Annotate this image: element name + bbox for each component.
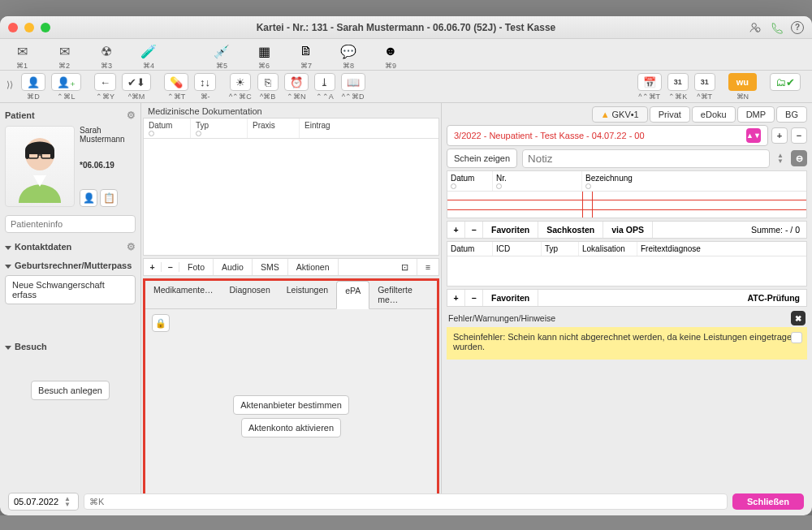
tb2-back[interactable]: ←⌃⌘Y [94, 73, 116, 101]
epa-tabs: Medikamente… Diagnosen Leistungen ePA Ge… [145, 281, 437, 309]
fav2-label[interactable]: Favoriten [483, 290, 538, 306]
col-typ[interactable]: Typ [196, 121, 209, 130]
show-schein-button[interactable]: Schein zeigen [447, 149, 517, 168]
tb2-cal1[interactable]: 📅^⌃⌘T [637, 73, 662, 101]
remove-entry-button[interactable]: − [162, 262, 179, 272]
close-button[interactable]: Schließen [732, 493, 804, 510]
dcol-icd[interactable]: ICD [493, 242, 542, 256]
tb2-cal31[interactable]: 31⌃⌘K [667, 73, 689, 101]
set-provider-button[interactable]: Aktenanbieter bestimmen [233, 395, 349, 415]
fav-remove-button[interactable]: − [465, 222, 483, 238]
search-person-icon[interactable] [749, 21, 762, 34]
date-picker[interactable]: 05.07.2022 ▲▼ [8, 493, 79, 511]
fav-add-button[interactable]: + [447, 222, 465, 238]
tool-8[interactable]: 💬⌘8 [335, 42, 362, 70]
tb2-copy[interactable]: ⎘^⌘B [257, 73, 279, 101]
list-mode-icon[interactable]: ≡ [417, 259, 438, 275]
tool-2[interactable]: ✉⌘2 [50, 42, 78, 70]
help-icon[interactable]: ? [791, 21, 804, 34]
tb2-check[interactable]: ✔⬇^⌘M [122, 73, 151, 101]
tab-gkv[interactable]: ▲GKV•1 [592, 106, 648, 123]
tb2-sync[interactable]: 🗂✔ [770, 73, 801, 101]
close-window-icon[interactable] [8, 23, 18, 32]
remove-case-button[interactable]: − [791, 127, 807, 144]
tab-edoku[interactable]: eDoku [692, 106, 736, 123]
tb2-light[interactable]: ☀^⌃⌘C [229, 73, 252, 101]
sachkosten-label[interactable]: Sachkosten [538, 222, 603, 238]
gear-icon[interactable]: ⚙ [127, 241, 136, 252]
atc-label[interactable]: ATC-Prüfung [741, 293, 806, 303]
note-remove-button[interactable]: ⊖ [791, 150, 807, 166]
tab-dmp[interactable]: DMP [737, 106, 775, 123]
billing-panel: ▲GKV•1 Privat eDoku DMP BG 3/2022 - Neup… [442, 103, 812, 500]
case-stepper-icon[interactable]: ▲▼ [746, 128, 761, 143]
create-visit-button[interactable]: Besuch anlegen [31, 381, 110, 400]
fav-label[interactable]: Favoriten [483, 222, 538, 238]
aktionen-button[interactable]: Aktionen [288, 259, 339, 275]
tb2-clock[interactable]: ⏰⌃⌘N [284, 73, 309, 101]
foto-button[interactable]: Foto [179, 259, 214, 275]
tool-9[interactable]: ☻⌘9 [377, 42, 404, 70]
dcol-frei[interactable]: Freitextdiagnose [637, 242, 806, 256]
dcol-typ[interactable]: Typ [542, 242, 579, 256]
fav2-add-button[interactable]: + [447, 290, 465, 306]
bcol-datum[interactable]: Datum [451, 174, 474, 183]
zoom-window-icon[interactable] [41, 23, 50, 32]
tab-gefilterte[interactable]: Gefilterte me… [369, 281, 437, 308]
activate-account-button[interactable]: Aktenkonto aktivieren [241, 418, 341, 437]
tool-5[interactable]: 💉⌘5 [208, 42, 235, 70]
sms-button[interactable]: SMS [253, 259, 288, 275]
tab-medikamente[interactable]: Medikamente… [145, 281, 222, 308]
fav2-remove-button[interactable]: − [465, 290, 483, 306]
tb2-wu[interactable]: wu⌘N [728, 73, 757, 101]
tab-leistungen[interactable]: Leistungen [279, 281, 336, 308]
gear-icon[interactable]: ⚙ [127, 110, 136, 121]
patient-info-field[interactable] [5, 215, 136, 233]
add-entry-button[interactable]: + [144, 262, 162, 272]
tb2-book[interactable]: 📖^⌃⌘D [341, 73, 365, 101]
error-ack-checkbox[interactable] [791, 332, 802, 343]
tab-bg[interactable]: BG [776, 106, 807, 123]
dcol-datum[interactable]: Datum [447, 242, 493, 256]
viaops-label[interactable]: via OPS [603, 222, 653, 238]
tab-privat[interactable]: Privat [650, 106, 690, 123]
bcol-bez[interactable]: Bezeichnung [585, 174, 633, 183]
patient-panel: Patient⚙ Sarah Mustermann *06.06.19 👤 📋 [0, 103, 141, 500]
errors-clear-icon[interactable]: ✖ [791, 311, 806, 325]
bcol-nr[interactable]: Nr. [496, 174, 507, 183]
geburt-label[interactable]: Geburtsrechner/Mutterpass [15, 261, 132, 270]
case-selector[interactable]: 3/2022 - Neupatient - Test Kasse - 04.07… [447, 125, 768, 146]
tb2-addperson[interactable]: 👤₊⌃⌘L [51, 73, 81, 101]
view-mode-icon[interactable]: ⊡ [393, 259, 417, 275]
tab-diagnosen[interactable]: Diagnosen [222, 281, 279, 308]
tb2-pill[interactable]: 💊⌃⌘T [164, 73, 188, 101]
lock-icon[interactable]: 🔒 [152, 314, 170, 332]
note-field[interactable] [522, 149, 770, 168]
tab-epa[interactable]: ePA [336, 281, 369, 309]
kontakt-label[interactable]: Kontaktdaten [15, 242, 71, 252]
add-case-button[interactable]: + [771, 127, 788, 144]
patient-clipboard-icon[interactable]: 📋 [100, 189, 118, 207]
tool-3[interactable]: ☢⌘3 [93, 42, 120, 70]
col-datum[interactable]: Datum [149, 121, 172, 130]
col-praxis[interactable]: Praxis [253, 121, 275, 130]
dcol-lok[interactable]: Lokalisation [579, 242, 637, 256]
tb2-bookmark[interactable]: ⤓⌃⌃A [314, 73, 335, 101]
besuch-label[interactable]: Besuch [15, 342, 47, 351]
tool-1[interactable]: ✉⌘1 [8, 42, 36, 70]
patient-detail-icon[interactable]: 👤 [80, 189, 97, 207]
minimize-window-icon[interactable] [24, 23, 34, 32]
tb2-cal31b[interactable]: 31^⌘T [694, 73, 715, 101]
tb2-person[interactable]: 👤⌘D [21, 73, 45, 101]
audio-button[interactable]: Audio [214, 259, 253, 275]
tool-4[interactable]: 🧪⌘4 [135, 42, 162, 70]
command-field[interactable] [84, 493, 728, 510]
tool-6[interactable]: ▦⌘6 [250, 42, 278, 70]
phone-icon[interactable] [770, 21, 783, 34]
tb2-arrows[interactable]: ↕↓⌘- [194, 73, 216, 101]
note-stepper-icon[interactable]: ▲▼ [775, 153, 786, 164]
date-stepper-icon[interactable]: ▲▼ [62, 496, 73, 507]
col-eintrag[interactable]: Eintrag [304, 121, 330, 130]
new-pregnancy-button[interactable]: Neue Schwangerschaft erfass [5, 275, 136, 304]
tool-7[interactable]: 🗎⌘7 [292, 42, 320, 70]
